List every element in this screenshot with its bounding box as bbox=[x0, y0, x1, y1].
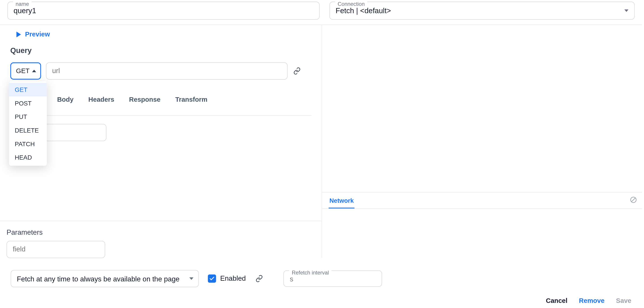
name-input[interactable] bbox=[8, 1, 320, 20]
network-panel: Network bbox=[322, 192, 642, 258]
right-pane: Network bbox=[322, 25, 642, 258]
name-field-wrap: name bbox=[8, 1, 320, 20]
play-icon bbox=[16, 31, 21, 37]
mode-row: mode Fetch at any time to always be avai… bbox=[11, 267, 634, 290]
method-option-get[interactable]: GET bbox=[9, 83, 47, 97]
chevron-down-icon bbox=[189, 277, 193, 280]
header-row: name Connection Fetch | <default> bbox=[0, 0, 642, 25]
preview-label: Preview bbox=[25, 31, 50, 38]
enabled-checkbox-row: Enabled bbox=[208, 275, 246, 283]
query-heading: Query bbox=[0, 40, 322, 62]
cancel-button[interactable]: Cancel bbox=[546, 297, 567, 305]
method-option-delete[interactable]: DELETE bbox=[9, 124, 47, 137]
network-tabs-row: Network bbox=[322, 192, 642, 209]
parameter-field-input[interactable] bbox=[6, 241, 105, 258]
method-option-head[interactable]: HEAD bbox=[9, 151, 47, 164]
enabled-label: Enabled bbox=[220, 275, 246, 283]
name-label: name bbox=[13, 1, 32, 7]
tab-transform[interactable]: Transform bbox=[174, 96, 209, 115]
chevron-down-icon bbox=[624, 9, 628, 12]
enabled-checkbox[interactable] bbox=[208, 275, 216, 283]
http-method-value: GET bbox=[16, 67, 30, 75]
tab-headers[interactable]: Headers bbox=[86, 96, 116, 115]
tab-body[interactable]: Body bbox=[56, 96, 75, 115]
save-button[interactable]: Save bbox=[616, 297, 632, 305]
left-pane: Preview Query GET GET POS bbox=[0, 25, 322, 258]
network-body bbox=[322, 209, 642, 258]
mode-field-wrap: mode Fetch at any time to always be avai… bbox=[11, 270, 199, 287]
connection-field-wrap: Connection Fetch | <default> bbox=[330, 1, 634, 20]
link-binding-icon[interactable] bbox=[292, 67, 302, 75]
http-method-select[interactable]: GET bbox=[10, 62, 41, 80]
parameters-heading: Parameters bbox=[0, 226, 322, 241]
preview-output-area bbox=[322, 25, 642, 192]
query-row: GET GET POST PUT DELETE PATCH bbox=[0, 62, 322, 80]
svg-line-1 bbox=[632, 198, 635, 202]
http-method-menu: GET POST PUT DELETE PATCH HEAD bbox=[9, 81, 47, 166]
refetch-field-wrap: Refetch interval bbox=[284, 271, 382, 287]
clear-icon[interactable] bbox=[630, 196, 637, 205]
mode-value: Fetch at any time to always be available… bbox=[17, 275, 180, 284]
action-row: Cancel Remove Save bbox=[11, 291, 634, 305]
footer: mode Fetch at any time to always be avai… bbox=[0, 267, 642, 308]
method-option-patch[interactable]: PATCH bbox=[9, 137, 47, 151]
connection-select[interactable]: Fetch | <default> bbox=[330, 1, 634, 20]
chevron-up-icon bbox=[32, 70, 36, 72]
method-option-post[interactable]: POST bbox=[9, 96, 47, 110]
main-split: Preview Query GET GET POS bbox=[0, 25, 642, 258]
preview-button[interactable]: Preview bbox=[0, 25, 322, 40]
connection-value: Fetch | <default> bbox=[336, 6, 391, 15]
remove-button[interactable]: Remove bbox=[579, 297, 604, 305]
method-option-put[interactable]: PUT bbox=[9, 110, 47, 124]
mode-select[interactable]: Fetch at any time to always be available… bbox=[11, 270, 199, 287]
refetch-label: Refetch interval bbox=[289, 270, 332, 275]
tab-response[interactable]: Response bbox=[127, 96, 162, 115]
parameters-section: Parameters bbox=[0, 221, 322, 258]
enabled-binding-icon[interactable] bbox=[255, 275, 264, 282]
connection-label: Connection bbox=[335, 1, 367, 7]
tab-network[interactable]: Network bbox=[329, 193, 355, 208]
query-tabs: Url Query Body Headers Response Transfor… bbox=[10, 96, 312, 116]
url-input[interactable] bbox=[46, 62, 287, 80]
